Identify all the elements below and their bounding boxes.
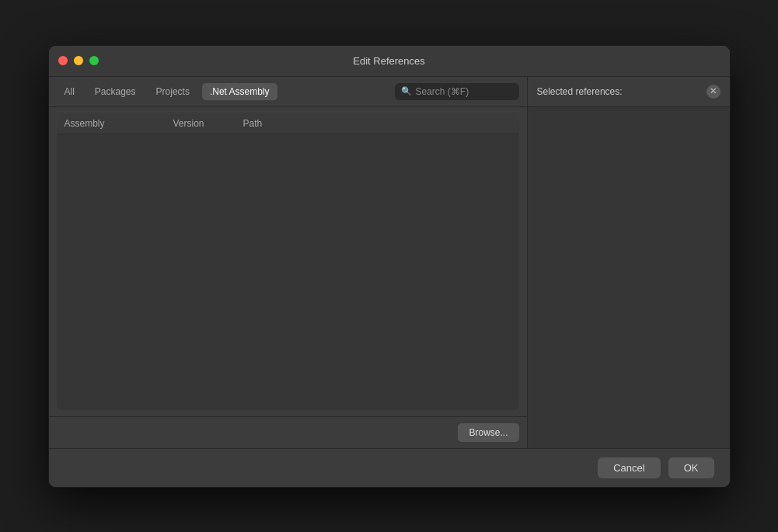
ok-button[interactable]: OK [668,457,714,478]
window-title: Edit References [353,55,425,67]
assembly-table: Assembly Version Path [57,113,519,410]
tab-projects[interactable]: Projects [148,83,197,100]
tab-net-assembly[interactable]: .Net Assembly [202,83,277,100]
window-controls [58,56,99,65]
search-wrapper: 🔍 [395,83,519,100]
column-header-version: Version [173,118,243,129]
main-content: All Packages Projects .Net Assembly 🔍 As… [49,77,730,448]
right-panel: Selected references: ✕ [528,77,730,448]
tabs-bar: All Packages Projects .Net Assembly 🔍 [49,77,527,107]
selected-references-body [528,107,730,448]
table-body [57,134,519,410]
maximize-button[interactable] [89,56,99,65]
tab-all[interactable]: All [57,83,82,100]
title-bar: Edit References [49,46,730,77]
close-button[interactable] [58,56,68,65]
edit-references-window: Edit References All Packages Projects .N… [48,45,731,488]
selected-header: Selected references: ✕ [528,77,730,107]
selected-references-label: Selected references: [537,86,623,97]
browse-button[interactable]: Browse... [458,423,518,442]
tab-packages[interactable]: Packages [87,83,144,100]
left-panel: All Packages Projects .Net Assembly 🔍 As… [49,77,528,448]
browse-bar: Browse... [49,416,527,448]
table-container: Assembly Version Path [49,107,527,416]
clear-selected-button[interactable]: ✕ [706,85,720,99]
table-header: Assembly Version Path [57,113,519,134]
cancel-button[interactable]: Cancel [598,457,660,478]
minimize-button[interactable] [74,56,83,65]
column-header-assembly: Assembly [65,118,173,129]
column-header-path: Path [243,118,511,129]
search-icon: 🔍 [401,86,412,96]
bottom-bar: Cancel OK [49,448,730,487]
search-input[interactable] [416,86,513,97]
